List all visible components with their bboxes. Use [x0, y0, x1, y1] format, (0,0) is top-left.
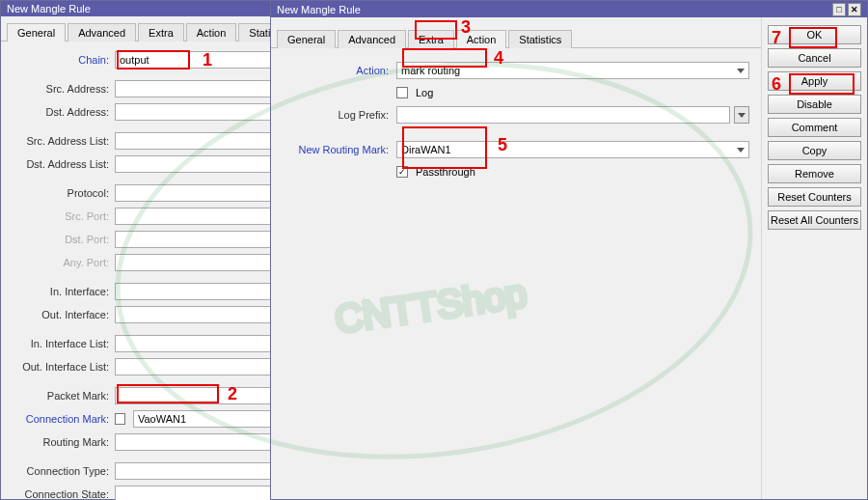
input-log-prefix[interactable]: [396, 106, 730, 124]
label-protocol: Protocol:: [1, 187, 115, 199]
cancel-button[interactable]: Cancel: [768, 48, 861, 68]
input-src-port[interactable]: [115, 208, 296, 225]
label-connection-state: Connection State:: [1, 488, 115, 500]
tabs-2: General Advanced Extra Action Statistics: [271, 23, 761, 48]
label-in-interface-list: In. Interface List:: [1, 338, 115, 349]
tab2-advanced[interactable]: Advanced: [338, 30, 406, 48]
label-log: Log: [416, 87, 433, 98]
tab-advanced[interactable]: Advanced: [68, 23, 136, 42]
ok-button[interactable]: OK: [768, 25, 861, 44]
checkbox-log[interactable]: [396, 87, 408, 98]
label-log-prefix: Log Prefix:: [271, 109, 396, 121]
label-dst-address: Dst. Address:: [1, 106, 115, 118]
tab2-action[interactable]: Action: [456, 30, 507, 48]
input-packet-mark[interactable]: [115, 387, 296, 404]
input-src-address-list[interactable]: [115, 132, 296, 150]
label-passthrough: Passthrough: [416, 166, 475, 178]
label-src-address: Src. Address:: [1, 83, 115, 95]
chevron-down-icon: [738, 113, 746, 118]
label-chain: Chain:: [1, 54, 115, 66]
input-in-interface-list[interactable]: [115, 335, 296, 352]
tab-extra[interactable]: Extra: [138, 23, 184, 42]
input-dst-port[interactable]: [115, 231, 296, 248]
label-src-port: Src. Port:: [1, 210, 115, 222]
input-connection-type[interactable]: [115, 462, 296, 480]
titlebar-2: New Mangle Rule □ ✕: [271, 1, 867, 17]
label-dst-port: Dst. Port:: [1, 234, 115, 245]
reset-counters-button[interactable]: Reset Counters: [768, 187, 861, 207]
input-out-interface[interactable]: [115, 306, 296, 323]
label-connection-type: Connection Type:: [1, 465, 115, 477]
input-any-port[interactable]: [115, 254, 296, 271]
copy-button[interactable]: Copy: [768, 141, 861, 160]
tab-action[interactable]: Action: [186, 23, 237, 42]
tab2-statistics[interactable]: Statistics: [508, 30, 572, 48]
title-2: New Mangle Rule: [277, 4, 361, 15]
label-out-interface: Out. Interface:: [1, 309, 115, 320]
input-src-address[interactable]: [115, 80, 296, 97]
input-dst-address-list[interactable]: [115, 155, 296, 173]
label-connection-mark: Connection Mark:: [1, 413, 115, 425]
tab2-general[interactable]: General: [277, 30, 336, 48]
tab2-extra[interactable]: Extra: [408, 30, 454, 48]
label-action: Action:: [271, 65, 396, 76]
input-protocol[interactable]: [115, 184, 296, 202]
input-connection-state[interactable]: [115, 486, 296, 500]
label-packet-mark: Packet Mark:: [1, 390, 115, 402]
comment-button[interactable]: Comment: [768, 118, 861, 137]
input-in-interface[interactable]: [115, 283, 296, 300]
label-dst-address-list: Dst. Address List:: [1, 158, 115, 170]
input-chain[interactable]: [115, 51, 296, 69]
label-src-address-list: Src. Address List:: [1, 135, 115, 147]
reset-all-counters-button[interactable]: Reset All Counters: [768, 210, 861, 230]
label-new-routing-mark: New Routing Mark:: [271, 144, 396, 155]
window-action: New Mangle Rule □ ✕ General Advanced Ext…: [270, 0, 868, 500]
input-out-interface-list[interactable]: [115, 358, 296, 375]
minimize-button[interactable]: □: [832, 3, 846, 16]
select-action[interactable]: mark routing: [396, 62, 749, 79]
apply-button[interactable]: Apply: [768, 71, 861, 91]
label-routing-mark: Routing Mark:: [1, 436, 115, 448]
select-new-routing-mark[interactable]: DiraWAN1: [396, 141, 749, 158]
label-out-interface-list: Out. Interface List:: [1, 361, 115, 373]
tab-general[interactable]: General: [7, 23, 66, 42]
chevron-down-icon: [737, 69, 745, 73]
remove-button[interactable]: Remove: [768, 164, 861, 183]
checkbox-passthrough[interactable]: ✓: [396, 166, 408, 178]
input-routing-mark[interactable]: [115, 433, 296, 451]
disable-button[interactable]: Disable: [768, 95, 861, 114]
titlebar-1: New Mangle Rule: [1, 1, 308, 16]
button-panel: OK Cancel Apply Disable Comment Copy Rem…: [761, 17, 867, 499]
input-dst-address[interactable]: [115, 103, 296, 121]
chevron-down-icon: [737, 148, 745, 153]
dropdown-log-prefix[interactable]: [734, 106, 749, 124]
close-button[interactable]: ✕: [848, 3, 861, 16]
label-in-interface: In. Interface:: [1, 286, 115, 297]
invert-connection-mark[interactable]: [115, 413, 125, 425]
label-any-port: Any. Port:: [1, 257, 115, 268]
window-general: New Mangle Rule General Advanced Extra A…: [0, 0, 309, 500]
tabs-1: General Advanced Extra Action Statistics: [1, 16, 308, 42]
form-1: Chain: Src. Address: Dst. Address: Src. …: [1, 42, 308, 500]
title-1: New Mangle Rule: [7, 3, 91, 14]
